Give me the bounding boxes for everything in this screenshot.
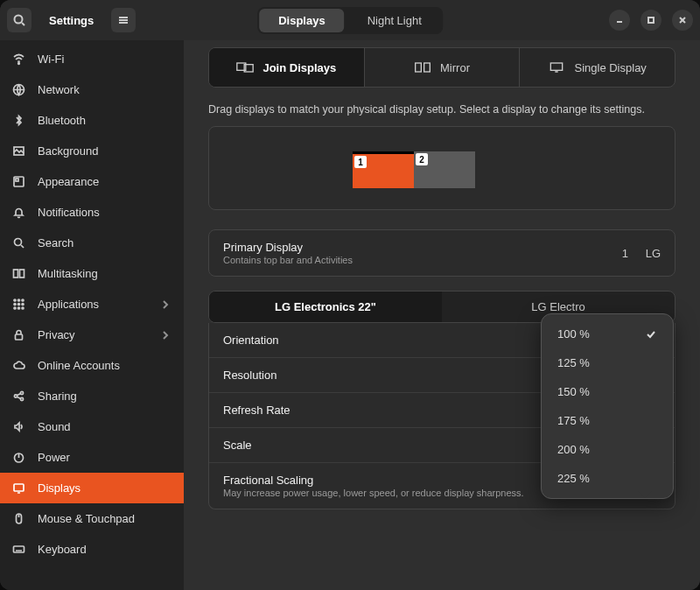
single-display-icon — [548, 60, 565, 74]
fractional-label: Fractional Scaling — [223, 474, 524, 487]
sidebar-item-applications[interactable]: Applications — [0, 289, 184, 320]
sidebar: Wi-FiNetworkBluetoothBackgroundAppearanc… — [0, 40, 184, 590]
display-1-badge: 1 — [354, 156, 367, 168]
sidebar-item-network[interactable]: Network — [0, 74, 184, 105]
primary-num: 1 — [622, 247, 628, 260]
sidebar-item-sound[interactable]: Sound — [0, 411, 184, 442]
network-icon — [12, 83, 25, 96]
svg-point-0 — [15, 16, 23, 24]
scale-option-125[interactable]: 125 % — [547, 348, 668, 377]
main-panel: Display Mode Join Displays Mirror Single… — [184, 40, 700, 590]
scale-option-200[interactable]: 200 % — [547, 435, 668, 464]
orientation-label: Orientation — [223, 334, 279, 347]
sidebar-item-label: Search — [38, 236, 74, 249]
sidebar-item-online-accounts[interactable]: Online Accounts — [0, 350, 184, 381]
settings-window: Settings Displays Night Light Wi-FiNetwo… — [0, 0, 700, 590]
sidebar-item-multitasking[interactable]: Multitasking — [0, 258, 184, 289]
sidebar-item-keyboard[interactable]: Keyboard — [0, 534, 184, 565]
svg-point-24 — [14, 307, 16, 309]
sidebar-item-label: Power — [38, 451, 70, 464]
wifi-icon — [12, 53, 25, 66]
svg-rect-16 — [14, 270, 18, 277]
display-2-badge: 2 — [416, 153, 428, 165]
svg-line-32 — [17, 397, 20, 398]
sidebar-item-label: Background — [38, 144, 98, 158]
sidebar-item-label: Displays — [38, 481, 80, 495]
display-arrangement[interactable]: 1 2 — [208, 126, 676, 210]
display-2[interactable]: 2 — [414, 151, 475, 188]
primary-label: Primary Display — [223, 241, 353, 254]
scale-option-175[interactable]: 175 % — [547, 406, 668, 435]
background-icon — [12, 144, 25, 158]
sidebar-item-label: Appearance — [38, 175, 99, 188]
hamburger-icon — [117, 14, 130, 26]
scale-option-label: 125 % — [557, 356, 590, 369]
mode-join-displays[interactable]: Join Displays — [209, 48, 365, 87]
svg-rect-35 — [14, 484, 24, 491]
search-button[interactable] — [7, 8, 32, 32]
mirror-icon — [414, 60, 431, 74]
scale-option-150[interactable]: 150 % — [547, 377, 668, 406]
display-1[interactable]: 1 — [353, 151, 414, 188]
cloud-icon — [12, 359, 25, 372]
scale-option-225[interactable]: 225 % — [547, 464, 668, 493]
menu-button[interactable] — [111, 8, 136, 32]
scale-label: Scale — [223, 439, 252, 452]
sidebar-item-mouse-touchpad[interactable]: Mouse & Touchpad — [0, 503, 184, 534]
scale-option-100[interactable]: 100 % — [547, 320, 668, 348]
maximize-button[interactable] — [640, 10, 662, 31]
lock-icon — [12, 328, 25, 341]
sidebar-item-search[interactable]: Search — [0, 228, 184, 258]
sidebar-item-label: Mouse & Touchpad — [38, 512, 135, 525]
search-icon — [12, 236, 25, 249]
refresh-label: Refresh Rate — [223, 404, 290, 417]
app-title: Settings — [49, 14, 94, 27]
sidebar-item-notifications[interactable]: Notifications — [0, 197, 184, 228]
svg-line-31 — [17, 394, 20, 396]
display-mode-selector: Join Displays Mirror Single Display — [208, 47, 676, 88]
mode-label: Join Displays — [262, 61, 336, 74]
sidebar-item-label: Applications — [38, 298, 99, 311]
close-button[interactable] — [672, 10, 693, 31]
grid-icon — [12, 298, 25, 311]
sidebar-item-sharing[interactable]: Sharing — [0, 381, 184, 411]
scale-option-label: 100 % — [557, 327, 590, 341]
sidebar-item-label: Online Accounts — [38, 359, 120, 372]
svg-point-25 — [18, 307, 20, 309]
svg-rect-44 — [424, 63, 430, 72]
header-tabs: Displays Night Light — [257, 7, 443, 34]
minimize-icon — [615, 16, 624, 25]
share-icon — [12, 390, 25, 403]
svg-rect-6 — [648, 18, 654, 23]
maximize-icon — [647, 16, 655, 25]
sidebar-item-privacy[interactable]: Privacy — [0, 320, 184, 350]
svg-rect-39 — [14, 546, 24, 552]
sidebar-item-appearance[interactable]: Appearance — [0, 166, 184, 197]
primary-display-row[interactable]: Primary Display Contains top bar and Act… — [209, 230, 675, 276]
svg-rect-27 — [16, 334, 23, 340]
primary-sub: Contains top bar and Activities — [223, 255, 353, 265]
svg-rect-43 — [416, 63, 422, 72]
sidebar-item-background[interactable]: Background — [0, 136, 184, 166]
sidebar-item-wi-fi[interactable]: Wi-Fi — [0, 44, 184, 74]
arrange-hint: Drag displays to match your physical dis… — [208, 103, 676, 116]
sidebar-item-label: Network — [38, 83, 80, 96]
primary-name: LG — [646, 247, 661, 260]
display-tab-1[interactable]: LG Electronics 22" — [209, 291, 442, 322]
tab-displays[interactable]: Displays — [259, 9, 344, 32]
bell-icon — [12, 206, 25, 219]
scale-option-label: 175 % — [557, 414, 590, 427]
sidebar-item-label: Privacy — [38, 328, 75, 341]
sidebar-item-bluetooth[interactable]: Bluetooth — [0, 105, 184, 136]
sidebar-item-displays[interactable]: Displays — [0, 473, 184, 503]
svg-point-19 — [18, 299, 20, 301]
primary-display-card: Primary Display Contains top bar and Act… — [208, 229, 676, 277]
mode-mirror[interactable]: Mirror — [365, 48, 521, 87]
minimize-button[interactable] — [609, 10, 630, 31]
tab-night-light[interactable]: Night Light — [348, 9, 441, 32]
bluetooth-icon — [12, 114, 25, 127]
mode-single-display[interactable]: Single Display — [520, 48, 675, 87]
sidebar-item-label: Sound — [38, 420, 71, 433]
svg-point-26 — [22, 307, 24, 309]
sidebar-item-power[interactable]: Power — [0, 442, 184, 473]
